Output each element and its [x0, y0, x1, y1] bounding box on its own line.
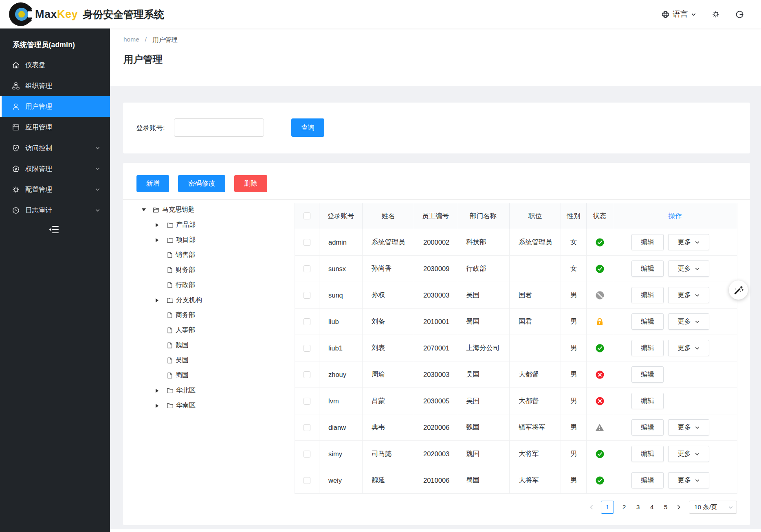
breadcrumb-home-link[interactable]: home [123, 36, 139, 44]
tree-node[interactable]: 人事部 [123, 323, 280, 338]
tree-node[interactable]: 产品部 [123, 217, 280, 232]
add-button[interactable]: 新增 [136, 175, 169, 192]
caret-down-icon[interactable] [142, 208, 146, 211]
page-5-button[interactable]: 5 [662, 504, 669, 511]
more-button[interactable]: 更多 [668, 313, 709, 330]
page-size-select[interactable]: 10 条/页 [689, 501, 737, 514]
file-icon [167, 267, 173, 274]
caret-right-icon[interactable] [156, 389, 158, 393]
page-3-button[interactable]: 3 [634, 504, 642, 511]
edit-button[interactable]: 编辑 [631, 287, 664, 303]
checkbox-cell [295, 256, 319, 282]
home-icon [11, 61, 20, 69]
tree-node-root[interactable]: 马克思钥匙 [123, 202, 280, 217]
tree-node[interactable]: 财务部 [123, 263, 280, 278]
status-cell [587, 282, 613, 309]
sidebar-item-users[interactable]: 用户管理 [0, 96, 110, 117]
sidebar-item-applications[interactable]: 应用管理 [0, 117, 110, 138]
login-account-input[interactable] [174, 118, 264, 137]
brand-max: Max [35, 8, 57, 21]
checkbox-cell [295, 414, 319, 441]
caret-right-icon[interactable] [156, 238, 158, 242]
row-checkbox[interactable] [304, 477, 310, 484]
sidebar-item-permissions[interactable]: 权限管理 [0, 158, 110, 179]
tree-node[interactable]: 魏国 [123, 338, 280, 353]
edit-button[interactable]: 编辑 [631, 446, 664, 462]
file-icon [167, 327, 173, 334]
position-cell: 大都督 [510, 361, 561, 388]
table-row: lvm 吕蒙 2030005 吴国 大都督 男 编辑 [295, 388, 737, 414]
tree-node[interactable]: 行政部 [123, 278, 280, 293]
sidebar-collapse-button[interactable] [48, 225, 59, 234]
more-button[interactable]: 更多 [668, 234, 709, 250]
tree-node[interactable]: 销售部 [123, 247, 280, 263]
tree-node[interactable]: 华北区 [123, 383, 280, 398]
more-button[interactable]: 更多 [668, 446, 709, 462]
chevron-down-icon [695, 319, 700, 324]
settings-gear-icon[interactable] [712, 10, 720, 18]
sidebar-item-audit[interactable]: 日志审计 [0, 200, 110, 221]
row-checkbox[interactable] [304, 451, 310, 458]
query-button[interactable]: 查询 [291, 118, 324, 137]
edit-button[interactable]: 编辑 [631, 393, 664, 409]
row-checkbox[interactable] [304, 265, 310, 272]
caret-right-icon[interactable] [156, 404, 158, 408]
tree-node[interactable]: 华南区 [123, 398, 280, 413]
edit-button[interactable]: 编辑 [631, 234, 664, 250]
row-checkbox[interactable] [304, 371, 310, 378]
edit-button[interactable]: 编辑 [631, 340, 664, 356]
sidebar-item-config[interactable]: 配置管理 [0, 179, 110, 200]
position-cell [510, 335, 561, 361]
more-button[interactable]: 更多 [668, 261, 709, 277]
prev-page-button[interactable] [589, 504, 594, 510]
tree-node[interactable]: 分支机构 [123, 293, 280, 308]
sidebar-item-dashboard[interactable]: 仪表盘 [0, 55, 110, 75]
more-button[interactable]: 更多 [668, 287, 709, 303]
edit-button[interactable]: 编辑 [631, 366, 664, 383]
status-warning-icon [595, 423, 604, 431]
magic-wand-overlay[interactable] [729, 280, 748, 300]
actions-cell: 编辑 [613, 361, 737, 388]
page-2-button[interactable]: 2 [620, 504, 628, 511]
more-button[interactable]: 更多 [668, 340, 709, 356]
file-icon [167, 312, 173, 319]
tree-node[interactable]: 吴国 [123, 353, 280, 368]
table-row: admin 系统管理员 2000002 科技部 系统管理员 女 编辑 更多 [295, 229, 737, 256]
tree-node[interactable]: 商务部 [123, 308, 280, 323]
tree-node[interactable]: 项目部 [123, 232, 280, 247]
sidebar-item-organizations[interactable]: 组织管理 [0, 75, 110, 96]
page-1-button[interactable]: 1 [601, 501, 614, 514]
caret-right-icon[interactable] [156, 298, 158, 302]
change-password-button[interactable]: 密码修改 [178, 175, 225, 192]
edit-button[interactable]: 编辑 [631, 419, 664, 436]
sidebar-menu: 仪表盘 组织管理 用户管理 应用管理 访问控制 权限管理 [0, 55, 110, 221]
more-button[interactable]: 更多 [668, 472, 709, 488]
caret-right-icon[interactable] [156, 223, 158, 227]
edit-button[interactable]: 编辑 [631, 472, 664, 488]
chevron-down-icon [695, 266, 700, 271]
row-checkbox[interactable] [304, 239, 310, 246]
row-checkbox[interactable] [304, 424, 310, 431]
position-cell: 大将军 [510, 467, 561, 494]
next-page-button[interactable] [676, 504, 682, 510]
edit-button[interactable]: 编辑 [631, 313, 664, 330]
table-row: liub 刘备 2010001 蜀国 国君 男 编辑 更多 [295, 309, 737, 335]
tree-node[interactable]: 蜀国 [123, 368, 280, 383]
sidebar-item-access-control[interactable]: 访问控制 [0, 138, 110, 158]
row-checkbox[interactable] [304, 398, 310, 405]
more-button[interactable]: 更多 [668, 419, 709, 436]
column-header: 状态 [587, 203, 613, 229]
row-checkbox[interactable] [304, 345, 310, 352]
logout-icon[interactable] [735, 10, 744, 19]
page-head: home / 用户管理 用户管理 [110, 28, 761, 86]
gender-cell: 男 [561, 414, 587, 441]
employee-no-cell: 2030003 [414, 282, 457, 309]
page-4-button[interactable]: 4 [648, 504, 655, 511]
sidebar-item-label: 权限管理 [25, 164, 52, 173]
row-checkbox[interactable] [304, 292, 310, 299]
language-menu[interactable]: 语言 [661, 9, 696, 20]
edit-button[interactable]: 编辑 [631, 261, 664, 277]
delete-button[interactable]: 删除 [234, 175, 267, 192]
row-checkbox[interactable] [304, 318, 310, 325]
select-all-checkbox[interactable] [304, 212, 310, 219]
